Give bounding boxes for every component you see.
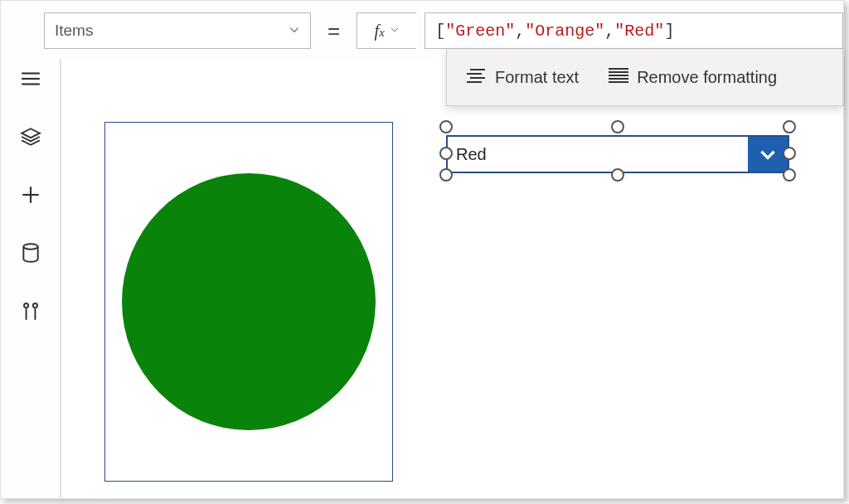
dropdown-selected-label: Red xyxy=(448,145,748,164)
formula-str-0: "Green" xyxy=(445,22,515,41)
format-text-icon xyxy=(467,66,487,89)
selection-handle[interactable] xyxy=(611,120,624,133)
chevron-down-icon xyxy=(757,143,779,165)
database-icon[interactable] xyxy=(14,243,47,263)
formula-str-2: "Red" xyxy=(614,22,664,41)
fx-icon: fx xyxy=(375,22,385,41)
format-text-label: Format text xyxy=(495,68,579,87)
selection-handle[interactable] xyxy=(439,147,453,160)
svg-point-16 xyxy=(23,303,27,308)
hamburger-icon[interactable] xyxy=(14,69,47,89)
plus-icon[interactable] xyxy=(14,185,47,205)
svg-point-15 xyxy=(23,244,37,250)
property-selector-label: Items xyxy=(55,22,93,40)
fx-button[interactable]: fx xyxy=(357,12,416,49)
formula-bar: Items = fx ["Green","Orange","Red"] xyxy=(44,12,843,49)
formula-str-1: "Orange" xyxy=(525,22,604,41)
selection-handle[interactable] xyxy=(783,147,796,160)
left-rail xyxy=(1,59,61,498)
tools-icon[interactable] xyxy=(14,301,47,321)
selection-handle[interactable] xyxy=(783,168,796,182)
format-text-button[interactable]: Format text xyxy=(467,66,579,89)
chevron-down-icon xyxy=(390,24,400,37)
circle-control[interactable] xyxy=(104,122,393,482)
formula-panel: Format text Remove formatting xyxy=(446,49,843,106)
svg-point-18 xyxy=(32,303,36,308)
property-selector[interactable]: Items xyxy=(44,12,311,49)
circle-shape xyxy=(122,173,376,430)
dropdown-toggle-button[interactable] xyxy=(748,137,788,172)
equals-label: = xyxy=(319,18,348,44)
selection-handle[interactable] xyxy=(783,120,796,133)
chevron-down-icon xyxy=(289,24,300,38)
formula-input[interactable]: ["Green","Orange","Red"] xyxy=(424,12,843,49)
layers-icon[interactable] xyxy=(14,127,47,147)
remove-formatting-button[interactable]: Remove formatting xyxy=(609,66,777,89)
selection-handle[interactable] xyxy=(611,168,624,182)
canvas[interactable]: Red xyxy=(61,59,843,498)
selection-handle[interactable] xyxy=(439,120,453,133)
svg-marker-12 xyxy=(22,128,40,138)
remove-formatting-label: Remove formatting xyxy=(637,68,777,87)
selection-handle[interactable] xyxy=(439,168,453,182)
remove-formatting-icon xyxy=(609,66,628,89)
